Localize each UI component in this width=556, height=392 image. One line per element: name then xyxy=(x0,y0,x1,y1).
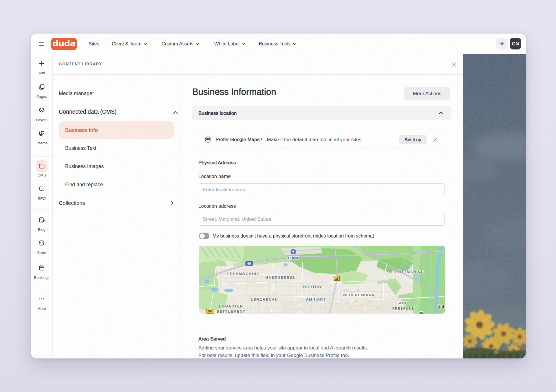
google-maps-banner: Prefer Google Maps? Make it the default … xyxy=(199,131,444,148)
area-served-title: Area Served xyxy=(198,336,226,342)
set-it-up-button[interactable]: Set it up xyxy=(399,135,427,144)
location-name-input[interactable] xyxy=(199,183,445,196)
site-preview-strip xyxy=(463,54,526,358)
location-address-label: Location address xyxy=(198,203,236,209)
sidebar-item-blog[interactable]: Blog xyxy=(31,216,52,232)
area-served-line1: Adding your service area helps your site… xyxy=(198,344,368,352)
svg-text:EGGARTEN: EGGARTEN xyxy=(219,304,243,308)
content-library-panel: CONTENT LIBRARY Media manager Connected … xyxy=(53,54,463,358)
app-window: duda Sites Client & Team Custom Assets W… xyxy=(31,34,526,358)
svg-text:Unt: Unt xyxy=(437,304,444,309)
layers-icon xyxy=(38,107,45,114)
route-shield-304: 304 xyxy=(206,309,214,313)
svg-text:NEUFREIMANN: NEUFREIMANN xyxy=(343,293,375,297)
svg-text:FREIMANN: FREIMANN xyxy=(392,307,415,311)
content-library-header: CONTENT LIBRARY xyxy=(53,54,463,75)
svg-text:SETTLEMENT: SETTLEMENT xyxy=(217,310,246,314)
ai-assistant-button[interactable] xyxy=(496,38,508,49)
route-shield-a99: 99 xyxy=(246,261,253,266)
business-location-accordion[interactable]: Business location xyxy=(192,106,451,120)
close-icon xyxy=(452,62,456,67)
sidebar-item-cms[interactable]: CMS xyxy=(31,160,52,178)
sidebar-item-theme[interactable]: Theme xyxy=(31,130,52,146)
calendar-icon xyxy=(38,264,45,271)
nav-white-label[interactable]: White Label xyxy=(214,34,245,54)
svg-text:ALT-: ALT- xyxy=(399,301,408,305)
storefront-toggle[interactable] xyxy=(199,233,209,239)
chevron-down-icon xyxy=(144,43,147,45)
location-map[interactable]: FELDMOCHINGHASENBERGLFRÖTTMANINGHARTHOFN… xyxy=(199,246,445,314)
svg-text:FRÖTTMANING: FRÖTTMANING xyxy=(392,270,424,274)
theme-palette-icon xyxy=(38,130,45,137)
svg-text:HASENBERGL: HASENBERGL xyxy=(265,276,296,280)
chevron-down-icon xyxy=(293,43,296,45)
route-shield-13: 13 xyxy=(334,276,340,281)
location-address-input[interactable] xyxy=(199,213,445,226)
smiley-glasses-emoji-icon xyxy=(205,136,211,143)
storefront-toggle-row: My business doesn’t have a physical stor… xyxy=(199,233,374,239)
svg-text:13: 13 xyxy=(335,277,339,280)
nav-collections[interactable]: Collections xyxy=(59,200,85,207)
banner-close-icon[interactable] xyxy=(433,137,438,142)
sidebar-item-more[interactable]: More xyxy=(31,295,52,311)
folder-icon xyxy=(38,163,45,170)
storefront-icon xyxy=(38,240,45,246)
website-preview-image xyxy=(463,54,526,358)
svg-text:99: 99 xyxy=(247,262,251,265)
chevron-up-icon xyxy=(439,111,443,114)
nav-business-images[interactable]: Business Images xyxy=(65,163,104,170)
sidebar-item-pages[interactable]: Pages xyxy=(31,83,52,99)
nav-business-text[interactable]: Business Text xyxy=(65,145,96,151)
sidebar-item-store[interactable]: Store xyxy=(31,240,52,255)
nav-business-info-active[interactable]: Business info xyxy=(59,121,174,139)
nav-find-replace[interactable]: Find and replace xyxy=(65,181,103,188)
ellipsis-icon xyxy=(39,296,45,302)
more-actions-button[interactable]: More Actions xyxy=(404,87,450,100)
plus-icon xyxy=(39,60,45,67)
location-name-label: Location name xyxy=(198,173,231,179)
search-sparkle-icon xyxy=(38,185,45,192)
section-divider xyxy=(199,327,445,327)
sidebar-item-layers[interactable]: Layers xyxy=(31,107,52,122)
library-main: Business Information More Actions Busine… xyxy=(180,75,463,358)
sidebar-item-bookings[interactable]: Bookings xyxy=(31,264,52,280)
svg-text:LERCHENAU: LERCHENAU xyxy=(251,298,278,302)
close-panel-button[interactable] xyxy=(451,61,458,68)
svg-text:EDNX: EDNX xyxy=(288,256,298,260)
editor-icon-rail: Add Pages Layers Theme CMS SEO Blog xyxy=(31,54,53,358)
svg-text:304: 304 xyxy=(208,310,213,313)
nav-client-team[interactable]: Client & Team xyxy=(112,34,147,54)
hamburger-menu-icon[interactable] xyxy=(38,40,46,48)
banner-bold-text: Prefer Google Maps? xyxy=(215,137,262,143)
top-navbar: duda Sites Client & Team Custom Assets W… xyxy=(31,34,526,54)
sparkle-icon xyxy=(499,41,505,47)
pages-icon xyxy=(38,83,45,90)
chevron-down-icon xyxy=(196,43,199,45)
duda-logo[interactable]: duda xyxy=(51,38,77,50)
sidebar-item-seo[interactable]: SEO xyxy=(31,185,52,201)
map-image: FELDMOCHINGHASENBERGLFRÖTTMANINGHARTHOFN… xyxy=(199,246,445,314)
nav-connected-data[interactable]: Connected data (CMS) xyxy=(59,108,116,115)
physical-address-label: Physical Address xyxy=(198,160,236,166)
area-served-line2: For best results, update this field in y… xyxy=(198,352,349,358)
page-title: Business Information xyxy=(192,87,276,97)
nav-media-manager[interactable]: Media manager xyxy=(59,90,94,97)
note-pencil-icon xyxy=(38,216,45,223)
collapse-chevron-up-icon[interactable] xyxy=(173,111,178,114)
nav-custom-assets[interactable]: Custom Assets xyxy=(162,34,199,54)
panel-title: CONTENT LIBRARY xyxy=(59,62,102,66)
map-marker-dot xyxy=(418,311,424,314)
svg-text:HARTHOF: HARTHOF xyxy=(303,285,324,289)
sidebar-item-add[interactable]: Add xyxy=(31,60,52,76)
svg-text:FELDMOCHING: FELDMOCHING xyxy=(227,272,260,276)
chevron-down-icon xyxy=(242,43,245,45)
svg-text:AM HART: AM HART xyxy=(306,297,326,301)
nav-sites[interactable]: Sites xyxy=(89,34,99,54)
storefront-toggle-label: My business doesn’t have a physical stor… xyxy=(213,233,374,239)
chevron-right-icon[interactable] xyxy=(171,201,174,205)
library-nav: Media manager Connected data (CMS) Busin… xyxy=(53,75,180,358)
user-avatar[interactable]: CN xyxy=(510,38,521,49)
banner-text: Make it the default map tool in all your… xyxy=(267,137,363,143)
nav-business-tools[interactable]: Business Tools xyxy=(259,34,296,54)
